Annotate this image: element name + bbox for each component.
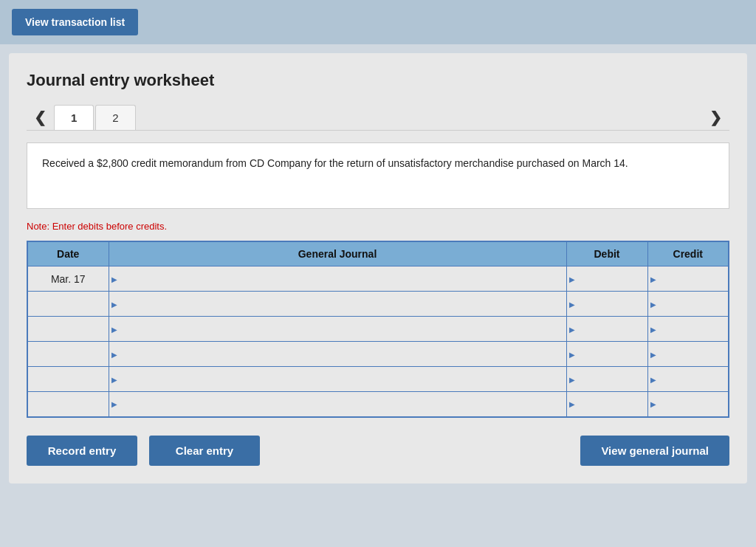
debit-cell[interactable] [566,342,647,367]
credit-cell[interactable] [647,342,729,367]
journal-cell[interactable] [109,266,566,292]
col-header-general-journal: General Journal [109,241,566,266]
table-row [27,392,729,417]
credit-input-3[interactable] [648,317,729,341]
debit-input-5[interactable] [567,367,647,391]
journal-input-6[interactable] [109,392,566,416]
journal-cell[interactable] [109,317,566,342]
description-box: Received a $2,800 credit memorandum from… [27,142,729,209]
table-row [27,292,729,317]
debit-cell[interactable] [566,266,647,292]
date-cell [27,367,109,392]
tab-1[interactable]: 1 [54,105,94,130]
top-bar: View transaction list [0,0,756,44]
buttons-row: Record entry Clear entry View general jo… [27,436,729,466]
credit-input-2[interactable] [648,292,729,316]
col-header-debit: Debit [566,241,647,266]
main-container: Journal entry worksheet ❮ 1 2 ❯ Received… [9,53,747,484]
debit-cell[interactable] [566,317,647,342]
debit-cell[interactable] [566,392,647,417]
tab-2[interactable]: 2 [95,105,135,130]
record-entry-button[interactable]: Record entry [27,436,137,466]
col-header-date: Date [27,241,109,266]
debit-cell[interactable] [566,292,647,317]
journal-input-3[interactable] [109,317,566,341]
journal-input-5[interactable] [109,367,566,391]
table-row [27,317,729,342]
date-cell [27,392,109,417]
date-cell: Mar. 17 [27,266,109,292]
debit-input-2[interactable] [567,292,647,316]
view-general-journal-button[interactable]: View general journal [580,436,729,466]
credit-cell[interactable] [647,292,729,317]
credit-input-1[interactable] [648,266,729,291]
view-transaction-list-button[interactable]: View transaction list [12,9,138,35]
debit-input-6[interactable] [567,392,647,416]
journal-cell[interactable] [109,367,566,392]
prev-arrow-icon[interactable]: ❮ [27,106,54,129]
debit-cell[interactable] [566,367,647,392]
clear-entry-button[interactable]: Clear entry [149,436,260,466]
tabs-row: ❮ 1 2 ❯ [27,105,729,131]
credit-cell[interactable] [647,266,729,292]
table-row [27,342,729,367]
journal-input-2[interactable] [109,292,566,316]
date-cell [27,342,109,367]
description-text: Received a $2,800 credit memorandum from… [42,157,628,169]
debit-input-1[interactable] [567,266,647,291]
credit-input-5[interactable] [648,367,729,391]
worksheet-title: Journal entry worksheet [27,71,729,90]
debit-input-4[interactable] [567,342,647,366]
col-header-credit: Credit [647,241,729,266]
date-cell [27,292,109,317]
journal-cell[interactable] [109,292,566,317]
credit-input-6[interactable] [648,392,729,416]
debit-input-3[interactable] [567,317,647,341]
credit-cell[interactable] [647,392,729,417]
credit-cell[interactable] [647,367,729,392]
journal-cell[interactable] [109,342,566,367]
journal-cell[interactable] [109,392,566,417]
table-row [27,367,729,392]
journal-input-4[interactable] [109,342,566,366]
journal-input-1[interactable] [109,266,566,291]
note-text: Note: Enter debits before credits. [27,221,729,232]
next-arrow-icon[interactable]: ❯ [702,106,729,129]
date-cell [27,317,109,342]
credit-input-4[interactable] [648,342,729,366]
credit-cell[interactable] [647,317,729,342]
table-row: Mar. 17 [27,266,729,292]
journal-table: Date General Journal Debit Credit Mar. 1… [27,241,729,418]
